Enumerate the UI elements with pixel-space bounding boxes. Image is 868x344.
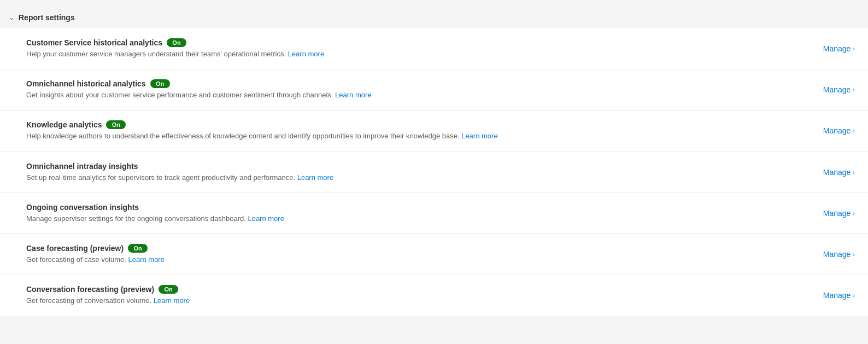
setting-description-ongoing-conversation: Manage supervisor settings for the ongoi…	[26, 214, 810, 224]
page-container: ⌄ Report settings Customer Service histo…	[0, 0, 868, 324]
setting-title-row-case-forecasting: Case forecasting (preview)On	[26, 244, 810, 253]
learn-more-link-omnichannel-historical[interactable]: Learn more	[335, 91, 371, 99]
manage-button-omnichannel-intraday[interactable]: Manage›	[810, 168, 855, 177]
setting-description-omnichannel-historical: Get insights about your customer service…	[26, 90, 810, 100]
manage-label-conversation-forecasting: Manage	[823, 291, 851, 300]
setting-title-row-customer-service-historical: Customer Service historical analyticsOn	[26, 38, 810, 47]
chevron-right-icon-customer-service-historical: ›	[853, 45, 855, 52]
setting-name-omnichannel-historical: Omnichannel historical analytics	[26, 79, 146, 88]
badge-on-customer-service-historical: On	[167, 38, 186, 47]
manage-button-ongoing-conversation[interactable]: Manage›	[810, 209, 855, 218]
manage-button-case-forecasting[interactable]: Manage›	[810, 250, 855, 259]
setting-description-knowledge-analytics: Help knowledge authors to understand the…	[26, 131, 810, 141]
setting-left-ongoing-conversation: Ongoing conversation insightsManage supe…	[26, 203, 810, 224]
manage-label-case-forecasting: Manage	[823, 250, 851, 259]
setting-name-conversation-forecasting: Conversation forecasting (preview)	[26, 285, 154, 294]
setting-title-row-omnichannel-intraday: Omnichannel intraday insights	[26, 162, 810, 171]
manage-label-ongoing-conversation: Manage	[823, 209, 851, 218]
setting-row: Case forecasting (preview)OnGet forecast…	[0, 234, 868, 275]
learn-more-link-case-forecasting[interactable]: Learn more	[128, 255, 164, 264]
setting-row: Omnichannel intraday insightsSet up real…	[0, 152, 868, 193]
setting-title-row-omnichannel-historical: Omnichannel historical analyticsOn	[26, 79, 810, 88]
setting-name-ongoing-conversation: Ongoing conversation insights	[26, 203, 139, 212]
setting-name-case-forecasting: Case forecasting (preview)	[26, 244, 124, 253]
setting-title-row-ongoing-conversation: Ongoing conversation insights	[26, 203, 810, 212]
badge-on-conversation-forecasting: On	[159, 285, 178, 294]
setting-name-omnichannel-intraday: Omnichannel intraday insights	[26, 162, 138, 171]
manage-label-knowledge-analytics: Manage	[823, 126, 851, 135]
manage-label-omnichannel-intraday: Manage	[823, 168, 851, 177]
chevron-right-icon-ongoing-conversation: ›	[853, 210, 855, 217]
setting-title-row-conversation-forecasting: Conversation forecasting (preview)On	[26, 285, 810, 294]
setting-description-case-forecasting: Get forecasting of case volume. Learn mo…	[26, 255, 810, 265]
setting-left-omnichannel-historical: Omnichannel historical analyticsOnGet in…	[26, 79, 810, 100]
manage-button-customer-service-historical[interactable]: Manage›	[810, 44, 855, 53]
setting-row: Knowledge analyticsOnHelp knowledge auth…	[0, 110, 868, 151]
setting-description-omnichannel-intraday: Set up real-time analytics for superviso…	[26, 173, 810, 183]
learn-more-link-conversation-forecasting[interactable]: Learn more	[154, 296, 190, 305]
setting-title-row-knowledge-analytics: Knowledge analyticsOn	[26, 120, 810, 129]
setting-row: Ongoing conversation insightsManage supe…	[0, 193, 868, 234]
setting-left-conversation-forecasting: Conversation forecasting (preview)OnGet …	[26, 285, 810, 306]
badge-on-case-forecasting: On	[128, 244, 148, 253]
chevron-right-icon-case-forecasting: ›	[853, 251, 855, 258]
section-header[interactable]: ⌄ Report settings	[0, 9, 868, 28]
setting-left-customer-service-historical: Customer Service historical analyticsOnH…	[26, 38, 810, 59]
setting-name-customer-service-historical: Customer Service historical analytics	[26, 38, 162, 47]
setting-left-case-forecasting: Case forecasting (preview)OnGet forecast…	[26, 244, 810, 265]
manage-label-omnichannel-historical: Manage	[823, 85, 851, 94]
manage-label-customer-service-historical: Manage	[823, 44, 851, 53]
setting-left-knowledge-analytics: Knowledge analyticsOnHelp knowledge auth…	[26, 120, 810, 141]
manage-button-omnichannel-historical[interactable]: Manage›	[810, 85, 855, 94]
setting-description-customer-service-historical: Help your customer service managers unde…	[26, 49, 810, 59]
setting-row: Customer Service historical analyticsOnH…	[0, 28, 868, 69]
setting-row: Omnichannel historical analyticsOnGet in…	[0, 69, 868, 110]
chevron-right-icon-conversation-forecasting: ›	[853, 292, 855, 299]
learn-more-link-omnichannel-intraday[interactable]: Learn more	[297, 173, 333, 182]
learn-more-link-knowledge-analytics[interactable]: Learn more	[461, 132, 497, 140]
badge-on-knowledge-analytics: On	[106, 120, 126, 129]
chevron-right-icon-omnichannel-intraday: ›	[853, 169, 855, 176]
learn-more-link-ongoing-conversation[interactable]: Learn more	[248, 214, 284, 223]
setting-left-omnichannel-intraday: Omnichannel intraday insightsSet up real…	[26, 162, 810, 183]
chevron-right-icon-knowledge-analytics: ›	[853, 127, 855, 134]
section-title: Report settings	[19, 13, 75, 22]
setting-name-knowledge-analytics: Knowledge analytics	[26, 120, 102, 129]
setting-description-conversation-forecasting: Get forecasting of conversation volume. …	[26, 296, 810, 306]
learn-more-link-customer-service-historical[interactable]: Learn more	[288, 50, 324, 58]
settings-list: Customer Service historical analyticsOnH…	[0, 28, 868, 316]
badge-on-omnichannel-historical: On	[150, 79, 170, 88]
setting-row: Conversation forecasting (preview)OnGet …	[0, 275, 868, 316]
manage-button-conversation-forecasting[interactable]: Manage›	[810, 291, 855, 300]
chevron-right-icon-omnichannel-historical: ›	[853, 86, 855, 93]
manage-button-knowledge-analytics[interactable]: Manage›	[810, 126, 855, 135]
chevron-down-icon: ⌄	[9, 14, 14, 21]
